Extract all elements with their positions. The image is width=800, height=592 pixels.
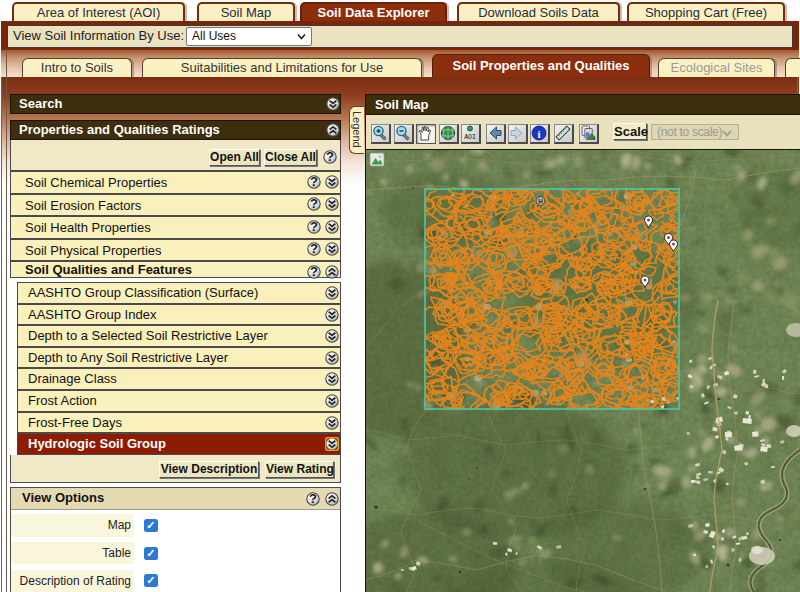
svg-text:?: ? [310,197,318,211]
svg-text:?: ? [326,150,334,164]
svg-text:i: i [537,127,540,139]
svg-text:?: ? [310,220,318,234]
svg-text:AOI: AOI [464,133,476,140]
svg-text:?: ? [310,265,318,279]
svg-text:H: H [538,198,543,205]
svg-text:?: ? [310,242,318,256]
svg-text:?: ? [310,175,318,189]
svg-text:?: ? [309,492,317,506]
